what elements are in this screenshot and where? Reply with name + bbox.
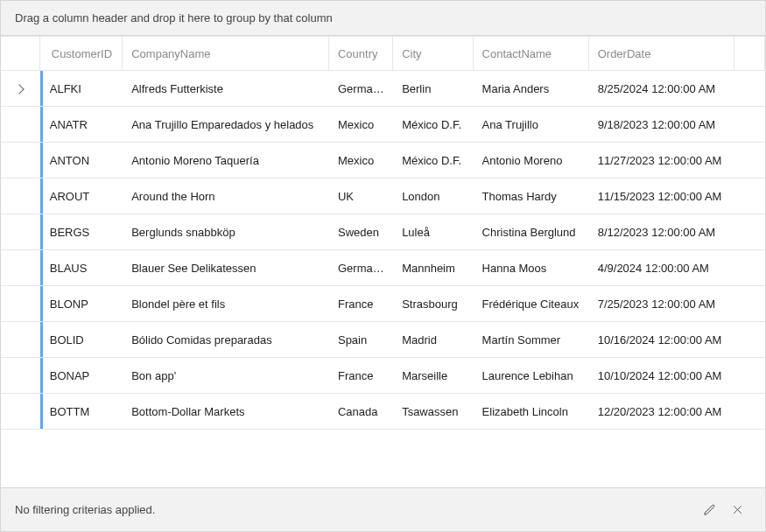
cell-end: [734, 394, 765, 430]
cell-contactname: Martín Sommer: [474, 322, 589, 358]
expand-row-button[interactable]: [1, 250, 40, 286]
cell-contactname: Frédérique Citeaux: [474, 286, 589, 322]
table-row[interactable]: BOLIDBólido Comidas preparadasSpainMadri…: [1, 322, 765, 358]
header-row: CustomerID CompanyName Country City Cont…: [1, 36, 765, 71]
cell-end: [734, 214, 765, 250]
cell-companyname: Blondel père et fils: [123, 286, 329, 322]
header-city[interactable]: City: [393, 36, 473, 71]
close-icon: [732, 504, 743, 515]
expand-row-button[interactable]: [1, 214, 40, 250]
cell-end: [734, 107, 765, 143]
header-orderdate[interactable]: OrderDate: [589, 36, 735, 71]
cell-companyname: Ana Trujillo Emparedados y helados: [123, 107, 329, 143]
chevron-right-icon: [15, 84, 25, 94]
cell-city: Madrid: [393, 322, 473, 358]
cell-country: Sweden: [329, 214, 393, 250]
filter-status-text: No filtering criterias applied.: [15, 503, 155, 516]
cell-country: Germany: [329, 71, 393, 107]
cell-end: [734, 322, 765, 358]
cell-city: Mannheim: [393, 250, 473, 286]
cell-customerid: BLAUS: [43, 250, 123, 286]
header-end-cell: [734, 36, 765, 71]
cell-country: France: [329, 286, 393, 322]
cell-orderdate: 7/25/2023 12:00:00 AM: [589, 286, 735, 322]
expand-row-button[interactable]: [1, 394, 40, 430]
clear-filter-button[interactable]: [723, 496, 751, 524]
table-row[interactable]: ALFKIAlfreds FutterkisteGermanyBerlinMar…: [1, 71, 765, 107]
cell-city: London: [393, 178, 473, 214]
cell-country: Mexico: [329, 143, 393, 178]
expand-row-button[interactable]: [1, 107, 40, 143]
cell-customerid: ANATR: [43, 107, 123, 143]
table-row[interactable]: BERGSBerglunds snabbköpSwedenLuleåChrist…: [1, 214, 765, 250]
cell-country: UK: [329, 178, 393, 214]
cell-companyname: Berglunds snabbköp: [123, 214, 329, 250]
cell-contactname: Elizabeth Lincoln: [474, 394, 589, 430]
cell-companyname: Antonio Moreno Taquería: [123, 143, 329, 178]
cell-customerid: ALFKI: [43, 71, 123, 107]
cell-end: [734, 250, 765, 286]
cell-orderdate: 11/27/2023 12:00:00 AM: [589, 143, 735, 178]
expand-row-button[interactable]: [1, 322, 40, 358]
group-panel-text: Drag a column header and drop it here to…: [15, 11, 333, 24]
table-row[interactable]: AROUTAround the HornUKLondonThomas Hardy…: [1, 178, 765, 214]
header-companyname[interactable]: CompanyName: [123, 36, 329, 71]
header-contactname[interactable]: ContactName: [474, 36, 589, 71]
expand-row-button[interactable]: [1, 178, 40, 214]
cell-country: Mexico: [329, 107, 393, 143]
cell-end: [734, 143, 765, 178]
header-expander-cell: [1, 36, 40, 71]
expand-row-button[interactable]: [1, 358, 40, 394]
header-customerid[interactable]: CustomerID: [43, 36, 123, 71]
table-row[interactable]: BOTTMBottom-Dollar MarketsCanadaTsawasse…: [1, 394, 765, 430]
group-by-drop-panel[interactable]: Drag a column header and drop it here to…: [1, 1, 765, 36]
cell-companyname: Around the Horn: [123, 178, 329, 214]
cell-customerid: BLONP: [43, 286, 123, 322]
cell-orderdate: 8/25/2024 12:00:00 AM: [589, 71, 735, 107]
table-row[interactable]: BONAPBon app'FranceMarseilleLaurence Leb…: [1, 358, 765, 394]
header-country[interactable]: Country: [329, 36, 393, 71]
cell-orderdate: 12/20/2023 12:00:00 AM: [589, 394, 735, 430]
table-row[interactable]: ANTONAntonio Moreno TaqueríaMexicoMéxico…: [1, 143, 765, 178]
cell-orderdate: 9/18/2023 12:00:00 AM: [589, 107, 735, 143]
cell-customerid: BERGS: [43, 214, 123, 250]
cell-orderdate: 10/16/2024 12:00:00 AM: [589, 322, 735, 358]
cell-city: Strasbourg: [393, 286, 473, 322]
table-row[interactable]: BLAUSBlauer See DelikatessenGermanyMannh…: [1, 250, 765, 286]
cell-contactname: Ana Trujillo: [474, 107, 589, 143]
data-grid-wrapper: CustomerID CompanyName Country City Cont…: [1, 36, 765, 430]
cell-city: Tsawassen: [393, 394, 473, 430]
cell-companyname: Bon app': [123, 358, 329, 394]
cell-country: France: [329, 358, 393, 394]
table-row[interactable]: ANATRAna Trujillo Emparedados y heladosM…: [1, 107, 765, 143]
cell-country: Canada: [329, 394, 393, 430]
cell-contactname: Antonio Moreno: [474, 143, 589, 178]
cell-contactname: Thomas Hardy: [474, 178, 589, 214]
expand-row-button[interactable]: [1, 143, 40, 178]
cell-customerid: AROUT: [43, 178, 123, 214]
cell-contactname: Hanna Moos: [474, 250, 589, 286]
pencil-icon: [703, 503, 716, 516]
cell-contactname: Maria Anders: [474, 71, 589, 107]
table-row[interactable]: BLONPBlondel père et filsFranceStrasbour…: [1, 286, 765, 322]
cell-contactname: Christina Berglund: [474, 214, 589, 250]
cell-end: [734, 71, 765, 107]
edit-filter-button[interactable]: [695, 496, 723, 524]
expand-row-button[interactable]: [1, 286, 40, 322]
cell-companyname: Bólido Comidas preparadas: [123, 322, 329, 358]
cell-city: Marseille: [393, 358, 473, 394]
cell-companyname: Blauer See Delikatessen: [123, 250, 329, 286]
cell-orderdate: 8/12/2023 12:00:00 AM: [589, 214, 735, 250]
cell-orderdate: 11/15/2023 12:00:00 AM: [589, 178, 735, 214]
cell-customerid: BOTTM: [43, 394, 123, 430]
cell-customerid: BONAP: [43, 358, 123, 394]
cell-country: Spain: [329, 322, 393, 358]
cell-end: [734, 286, 765, 322]
cell-country: Germany: [329, 250, 393, 286]
cell-companyname: Bottom-Dollar Markets: [123, 394, 329, 430]
data-grid: CustomerID CompanyName Country City Cont…: [1, 36, 765, 430]
expand-row-button[interactable]: [1, 71, 40, 107]
cell-city: México D.F.: [393, 143, 473, 178]
filter-footer-bar: No filtering criterias applied.: [1, 487, 765, 531]
cell-city: México D.F.: [393, 107, 473, 143]
